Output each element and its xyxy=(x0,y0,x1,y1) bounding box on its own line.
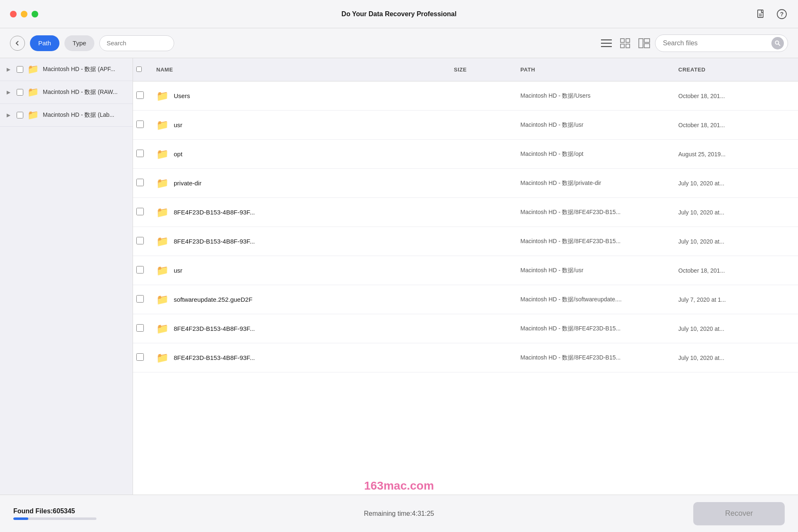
toolbar: Path Type xyxy=(0,28,798,58)
table-row[interactable]: 📁8FE4F23D-B153-4B8F-93F... Macintosh HD … xyxy=(133,227,798,256)
recover-button[interactable]: Recover xyxy=(693,502,785,525)
sidebar-checkbox-1[interactable] xyxy=(17,89,23,96)
table-row[interactable]: 📁usr Macintosh HD - 数据/usr October 18, 2… xyxy=(133,111,798,140)
minimize-button[interactable] xyxy=(21,11,27,17)
file-list-header: NAME SIZE PATH CREATED xyxy=(133,58,798,81)
table-row[interactable]: 📁8FE4F23D-B153-4B8F-93F... Macintosh HD … xyxy=(133,314,798,343)
list-view-icon[interactable] xyxy=(601,39,612,48)
sidebar-checkbox-2[interactable] xyxy=(17,112,23,118)
table-row[interactable]: 📁8FE4F23D-B153-4B8F-93F... Macintosh HD … xyxy=(133,343,798,372)
row-checkbox-0[interactable] xyxy=(136,91,144,99)
folder-icon: 📁 xyxy=(156,148,169,160)
row-created-1: October 18, 201... xyxy=(678,122,795,128)
grid-view-icon[interactable] xyxy=(620,38,630,48)
row-checkbox-col xyxy=(136,237,156,246)
folder-icon: 📁 xyxy=(156,207,169,218)
file-list-area: NAME SIZE PATH CREATED 📁Users Macintosh … xyxy=(133,58,798,495)
search-input[interactable] xyxy=(99,35,174,51)
view-icons xyxy=(601,38,650,48)
folder-icon: 📁 xyxy=(156,236,169,247)
table-row[interactable]: 📁softwareupdate.252.gueD2F Macintosh HD … xyxy=(133,285,798,314)
expand-arrow-1: ▶ xyxy=(7,89,12,95)
row-checkbox-col xyxy=(136,91,156,101)
row-created-2: August 25, 2019... xyxy=(678,151,795,158)
row-checkbox-col xyxy=(136,295,156,304)
folder-icon: 📁 xyxy=(156,352,169,364)
sidebar-item-2[interactable]: ▶ 📁 Macintosh HD - 数据 (Lab... xyxy=(0,104,133,127)
type-button[interactable]: Type xyxy=(64,35,95,51)
row-checkbox-8[interactable] xyxy=(136,324,144,332)
sidebar-checkbox-0[interactable] xyxy=(17,66,23,73)
progress-bar-container xyxy=(13,517,96,520)
found-files-text: Found Files:605345 xyxy=(13,507,105,515)
row-checkbox-7[interactable] xyxy=(136,295,144,303)
close-button[interactable] xyxy=(10,11,17,17)
row-checkbox-1[interactable] xyxy=(136,121,144,128)
folder-icon-2: 📁 xyxy=(27,110,39,121)
maximize-button[interactable] xyxy=(32,11,38,17)
path-button[interactable]: Path xyxy=(30,35,59,51)
row-checkbox-9[interactable] xyxy=(136,353,144,361)
search-files-input[interactable] xyxy=(655,34,788,52)
table-row[interactable]: 📁opt Macintosh HD - 数据/opt August 25, 20… xyxy=(133,140,798,169)
row-checkbox-col xyxy=(136,121,156,130)
table-row[interactable]: 📁private-dir Macintosh HD - 数据/private-d… xyxy=(133,169,798,198)
remaining-time: Remaining time:4:31:25 xyxy=(105,510,693,517)
folder-icon: 📁 xyxy=(156,90,169,102)
row-checkbox-col xyxy=(136,353,156,362)
select-all-checkbox[interactable] xyxy=(136,66,142,72)
svg-rect-0 xyxy=(758,10,763,17)
folder-icon: 📁 xyxy=(156,177,169,189)
folder-icon: 📁 xyxy=(156,119,169,131)
sidebar-label-0: Macintosh HD - 数据 (APF... xyxy=(43,66,126,73)
row-created-6: October 18, 201... xyxy=(678,267,795,274)
preview-view-icon[interactable] xyxy=(638,38,650,48)
row-checkbox-3[interactable] xyxy=(136,179,144,186)
row-path-9: Macintosh HD - 数据/8FE4F23D-B15... xyxy=(520,354,678,362)
header-name: NAME xyxy=(156,66,454,73)
row-path-5: Macintosh HD - 数据/8FE4F23D-B15... xyxy=(520,238,678,245)
row-name-7: 📁softwareupdate.252.gueD2F xyxy=(156,294,454,305)
row-created-7: July 7, 2020 at 1... xyxy=(678,296,795,303)
sidebar: ▶ 📁 Macintosh HD - 数据 (APF... ▶ 📁 Macint… xyxy=(0,58,133,495)
row-name-4: 📁8FE4F23D-B153-4B8F-93F... xyxy=(156,207,454,218)
row-checkbox-6[interactable] xyxy=(136,266,144,273)
help-icon[interactable]: ? xyxy=(776,8,788,20)
row-checkbox-col xyxy=(136,150,156,159)
found-files-section: Found Files:605345 xyxy=(13,507,105,520)
row-checkbox-2[interactable] xyxy=(136,150,144,157)
folder-icon: 📁 xyxy=(156,323,169,335)
expand-arrow-0: ▶ xyxy=(7,66,12,72)
document-icon[interactable] xyxy=(755,8,767,20)
row-name-2: 📁opt xyxy=(156,148,454,160)
sidebar-item-1[interactable]: ▶ 📁 Macintosh HD - 数据 (RAW... xyxy=(0,81,133,104)
row-name-0: 📁Users xyxy=(156,90,454,102)
row-checkbox-col xyxy=(136,266,156,275)
table-row[interactable]: 📁8FE4F23D-B153-4B8F-93F... Macintosh HD … xyxy=(133,198,798,227)
sidebar-label-1: Macintosh HD - 数据 (RAW... xyxy=(43,89,126,96)
title-bar: Do Your Data Recovery Professional ? xyxy=(0,0,798,28)
progress-bar-fill xyxy=(13,517,28,520)
file-rows: 📁Users Macintosh HD - 数据/Users October 1… xyxy=(133,81,798,495)
row-created-8: July 10, 2020 at... xyxy=(678,325,795,332)
svg-point-15 xyxy=(776,41,779,44)
row-checkbox-4[interactable] xyxy=(136,208,144,215)
svg-rect-13 xyxy=(644,39,650,42)
search-files-icon[interactable] xyxy=(771,37,784,49)
svg-rect-12 xyxy=(639,39,643,48)
folder-icon-1: 📁 xyxy=(27,87,39,98)
header-size: SIZE xyxy=(454,66,520,73)
main-content: ▶ 📁 Macintosh HD - 数据 (APF... ▶ 📁 Macint… xyxy=(0,58,798,495)
sidebar-item-0[interactable]: ▶ 📁 Macintosh HD - 数据 (APF... xyxy=(0,58,133,81)
row-checkbox-col xyxy=(136,179,156,188)
table-row[interactable]: 📁Users Macintosh HD - 数据/Users October 1… xyxy=(133,81,798,111)
svg-text:?: ? xyxy=(780,11,784,17)
table-row[interactable]: 📁usr Macintosh HD - 数据/usr October 18, 2… xyxy=(133,256,798,285)
row-path-8: Macintosh HD - 数据/8FE4F23D-B15... xyxy=(520,325,678,332)
row-checkbox-5[interactable] xyxy=(136,237,144,244)
row-path-4: Macintosh HD - 数据/8FE4F23D-B15... xyxy=(520,209,678,216)
back-button[interactable] xyxy=(10,36,25,51)
row-checkbox-col xyxy=(136,324,156,333)
svg-rect-10 xyxy=(621,44,624,48)
title-actions: ? xyxy=(755,8,788,20)
